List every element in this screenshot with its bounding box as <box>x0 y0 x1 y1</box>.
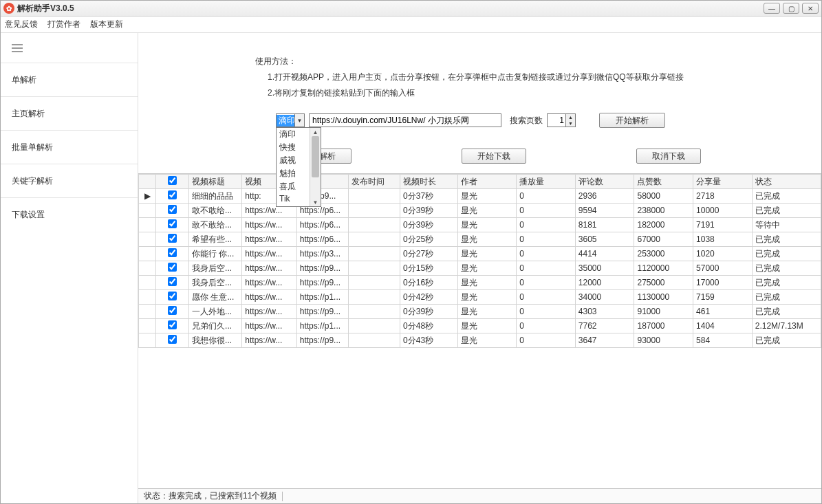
hamburger-icon[interactable] <box>1 33 138 63</box>
table-row[interactable]: 兄弟们久...https://w...https://p1...0分48秒显光0… <box>139 319 821 333</box>
maximize-button[interactable]: ▢ <box>783 3 799 14</box>
column-header[interactable]: 评论数 <box>575 175 634 189</box>
cell: https://w... <box>242 333 296 348</box>
table-row[interactable]: 一人外地...https://w...https://p9...0分39秒显光0… <box>139 305 821 319</box>
column-header[interactable]: 作者 <box>457 175 517 189</box>
cell: https://p9... <box>296 333 348 348</box>
dropdown-scrollbar[interactable]: ▲ ▼ <box>310 128 321 206</box>
cell: https://w... <box>242 232 296 247</box>
instructions-heading: 使用方法： <box>255 54 704 69</box>
cell: 34000 <box>575 290 634 305</box>
cell: 0 <box>517 290 576 305</box>
row-checkbox[interactable] <box>168 335 177 344</box>
cell: 0 <box>517 232 576 247</box>
cell <box>348 319 400 333</box>
row-checkbox[interactable] <box>168 234 177 243</box>
search-pages-value[interactable] <box>548 116 565 125</box>
cell: 9594 <box>575 204 634 218</box>
sidebar-item-batch[interactable]: 批量单解析 <box>1 131 138 164</box>
sidebar-item-keyword[interactable]: 关键字解析 <box>1 164 138 198</box>
column-header[interactable]: 视频时长 <box>400 175 458 189</box>
menu-update[interactable]: 版本更新 <box>90 19 123 30</box>
row-checkbox[interactable] <box>168 190 177 199</box>
body: 单解析 主页解析 批量单解析 关键字解析 下载设置 使用方法： 1.打开视频AP… <box>1 33 821 503</box>
row-checkbox[interactable] <box>168 263 177 272</box>
sidebar-item-homepage[interactable]: 主页解析 <box>1 97 138 131</box>
cell: https://p6... <box>296 218 348 232</box>
column-header[interactable]: 状态 <box>752 175 821 189</box>
table-row[interactable]: 我想你很...https://w...https://p9...0分43秒显光0… <box>139 333 821 348</box>
main-panel: 使用方法： 1.打开视频APP，进入用户主页，点击分享按钮，在分享弹框中点击复制… <box>138 33 821 503</box>
data-grid: 视频标题视频地址发布时间视频时长作者播放量评论数点赞数分享量状态 ▶细细的品品h… <box>138 173 821 488</box>
cell: 已完成 <box>752 261 821 276</box>
table-row[interactable]: 敢不敢给...https://w...https://p6...0分39秒显光0… <box>139 218 821 232</box>
cell: 0 <box>517 276 576 290</box>
sidebar-item-download[interactable]: 下载设置 <box>1 198 138 232</box>
table-row[interactable]: 我身后空...https://w...https://p9...0分15秒显光0… <box>139 261 821 276</box>
row-checkbox[interactable] <box>168 292 177 300</box>
select-all-checkbox[interactable] <box>168 176 177 185</box>
cancel-download-button[interactable]: 取消下载 <box>636 149 701 164</box>
cell: https://p9... <box>296 261 348 276</box>
row-checkbox[interactable] <box>168 277 177 286</box>
column-header[interactable]: 播放量 <box>517 175 576 189</box>
menu-feedback[interactable]: 意见反馈 <box>5 19 38 30</box>
cell: https://w... <box>242 218 296 232</box>
chevron-down-icon[interactable]: ▼ <box>294 114 304 127</box>
spin-down-icon[interactable]: ▼ <box>566 120 575 127</box>
menubar: 意见反馈 打赏作者 版本更新 <box>1 17 821 33</box>
cell: https://p9... <box>296 305 348 319</box>
table-row[interactable]: 你能行 你...https://w...https://p3...0分27秒显光… <box>139 247 821 261</box>
minimize-button[interactable]: — <box>764 3 780 14</box>
status-label: 状态： <box>144 490 169 502</box>
cell: 461 <box>693 305 753 319</box>
column-header[interactable] <box>156 175 189 189</box>
row-checkbox[interactable] <box>168 306 177 315</box>
column-header[interactable]: 视频标题 <box>189 175 242 189</box>
table-row[interactable]: ▶细细的品品http:ttps://p9...0分37秒显光0293658000… <box>139 189 821 204</box>
cell: 4414 <box>575 247 634 261</box>
cell: 0分48秒 <box>400 319 458 333</box>
start-parse-button[interactable]: 开始解析 <box>599 113 665 128</box>
cell: 3647 <box>575 333 634 348</box>
cell: 愿你 生意... <box>189 290 242 305</box>
cell: 0分39秒 <box>400 204 458 218</box>
cell: 已完成 <box>752 305 821 319</box>
cell: https://p3... <box>296 247 348 261</box>
spin-up-icon[interactable]: ▲ <box>566 114 575 120</box>
cell: https://p6... <box>296 232 348 247</box>
menu-reward[interactable]: 打赏作者 <box>47 19 80 30</box>
close-button[interactable]: ✕ <box>802 3 819 14</box>
source-combo[interactable]: 滴印 ▼ 滴印快搜威视魅拍喜瓜Tik滴印喜欢 ▲ ▼ <box>276 113 305 127</box>
row-checkbox[interactable] <box>168 219 177 228</box>
row-checkbox[interactable] <box>168 320 177 329</box>
row-checkbox[interactable] <box>168 205 177 214</box>
column-header[interactable]: 点赞数 <box>634 175 693 189</box>
cell: 0分42秒 <box>400 290 458 305</box>
column-header[interactable] <box>139 175 156 189</box>
search-pages-spinner[interactable]: ▲▼ <box>547 113 576 127</box>
sidebar-item-single[interactable]: 单解析 <box>1 63 138 97</box>
table-row[interactable]: 希望有些...https://w...https://p6...0分25秒显光0… <box>139 232 821 247</box>
cell: 兄弟们久... <box>189 319 242 333</box>
row-indicator <box>139 204 156 218</box>
cell: 等待中 <box>752 218 821 232</box>
row-checkbox[interactable] <box>168 248 177 257</box>
instructions-line1: 1.打开视频APP，进入用户主页，点击分享按钮，在分享弹框中点击复制链接或通过分… <box>255 69 704 85</box>
table-row[interactable]: 愿你 生意...https://w...https://p1...0分42秒显光… <box>139 290 821 305</box>
cell: 0分25秒 <box>400 232 458 247</box>
cell: 8181 <box>575 218 634 232</box>
start-download-button[interactable]: 开始下载 <box>462 149 526 164</box>
table-row[interactable]: 敢不敢给...https://w...https://p6...0分39秒显光0… <box>139 204 821 218</box>
cell: 0分39秒 <box>400 218 458 232</box>
table-row[interactable]: 我身后空...https://w...https://p9...0分16秒显光0… <box>139 276 821 290</box>
search-pages-label: 搜索页数 <box>510 115 543 127</box>
controls-row-2: 解析 开始下载 取消下载 <box>138 128 821 173</box>
url-input[interactable] <box>309 113 501 127</box>
column-header[interactable]: 发布时间 <box>348 175 400 189</box>
cell: 1020 <box>693 247 753 261</box>
row-indicator <box>139 290 156 305</box>
cell: 已完成 <box>752 232 821 247</box>
column-header[interactable]: 分享量 <box>693 175 753 189</box>
cell: 显光 <box>457 218 517 232</box>
